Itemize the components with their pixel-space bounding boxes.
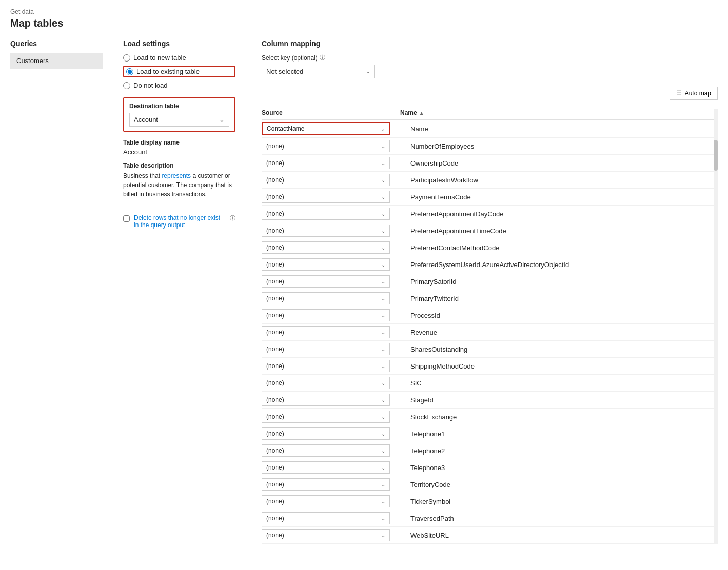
target-name-5: PreferredAppointmentDayCode xyxy=(405,206,718,222)
source-select-20[interactable]: (none)⌄ xyxy=(262,461,390,474)
source-select-11[interactable]: (none)⌄ xyxy=(262,309,390,321)
source-select-23[interactable]: (none)⌄ xyxy=(262,512,390,524)
source-select-4[interactable]: (none)⌄ xyxy=(262,191,390,203)
target-name-16: StageId xyxy=(405,392,718,409)
source-chevron-12: ⌄ xyxy=(381,330,385,335)
source-chevron-3: ⌄ xyxy=(381,177,385,183)
source-select-15[interactable]: (none)⌄ xyxy=(262,377,390,389)
target-name-10: PrimaryTwitterId xyxy=(405,290,718,307)
source-chevron-0: ⌄ xyxy=(381,126,385,132)
source-chevron-6: ⌄ xyxy=(381,228,385,234)
delete-rows-label[interactable]: Delete rows that no longer exist in the … xyxy=(134,214,224,229)
target-name-18: Telephone1 xyxy=(405,425,718,442)
source-select-19[interactable]: (none)⌄ xyxy=(262,444,390,457)
column-mapping-title: Column mapping xyxy=(262,39,718,48)
source-select-18[interactable]: (none)⌄ xyxy=(262,428,390,440)
source-chevron-13: ⌄ xyxy=(381,347,385,352)
table-row: (none)⌄PreferredAppointmentTimeCode xyxy=(262,222,718,239)
load-to-new-table-radio[interactable] xyxy=(123,54,130,62)
column-mapping-panel: Column mapping Select key (optional) ⓘ N… xyxy=(246,39,718,544)
target-name-17: StockExchange xyxy=(405,409,718,425)
source-value-14: (none) xyxy=(266,362,284,370)
select-key-section: Select key (optional) ⓘ Not selected ⌄ xyxy=(262,54,718,78)
source-chevron-15: ⌄ xyxy=(381,380,385,386)
source-chevron-5: ⌄ xyxy=(381,211,385,217)
source-chevron-7: ⌄ xyxy=(381,245,385,251)
source-chevron-14: ⌄ xyxy=(381,363,385,369)
source-select-21[interactable]: (none)⌄ xyxy=(262,478,390,491)
source-select-13[interactable]: (none)⌄ xyxy=(262,343,390,355)
source-select-0[interactable]: ContactName⌄ xyxy=(262,122,390,135)
load-to-existing-table-radio[interactable] xyxy=(126,68,133,75)
source-chevron-17: ⌄ xyxy=(381,414,385,420)
load-to-new-table-option[interactable]: Load to new table xyxy=(123,54,235,62)
source-select-10[interactable]: (none)⌄ xyxy=(262,292,390,304)
source-value-15: (none) xyxy=(266,379,284,386)
delete-rows-checkbox[interactable] xyxy=(123,215,130,222)
source-select-1[interactable]: (none)⌄ xyxy=(262,140,390,152)
select-key-label: Select key (optional) ⓘ xyxy=(262,54,718,62)
select-key-info-icon[interactable]: ⓘ xyxy=(320,54,325,62)
source-value-17: (none) xyxy=(266,413,284,420)
sort-arrow-icon: ▲ xyxy=(419,110,424,116)
source-value-23: (none) xyxy=(266,515,284,522)
scrollbar-thumb[interactable] xyxy=(714,140,718,171)
auto-map-button[interactable]: ☰ Auto map xyxy=(670,87,718,100)
table-row: (none)⌄SharesOutstanding xyxy=(262,341,718,358)
mapping-table: ContactName⌄Name(none)⌄NumberOfEmployees… xyxy=(262,120,718,544)
load-to-existing-table-label: Load to existing table xyxy=(136,68,200,75)
source-select-16[interactable]: (none)⌄ xyxy=(262,394,390,406)
source-select-24[interactable]: (none)⌄ xyxy=(262,529,390,541)
source-select-12[interactable]: (none)⌄ xyxy=(262,326,390,338)
target-name-9: PrimarySatoriId xyxy=(405,273,718,290)
source-select-5[interactable]: (none)⌄ xyxy=(262,208,390,220)
target-name-8: PreferredSystemUserId.AzureActiveDirecto… xyxy=(405,256,718,273)
target-name-2: OwnershipCode xyxy=(405,155,718,172)
load-to-existing-table-option[interactable]: Load to existing table xyxy=(123,66,235,77)
table-row: (none)⌄ProcessId xyxy=(262,307,718,324)
source-select-7[interactable]: (none)⌄ xyxy=(262,241,390,254)
source-select-22[interactable]: (none)⌄ xyxy=(262,495,390,507)
target-name-7: PreferredContactMethodCode xyxy=(405,239,718,256)
do-not-load-radio[interactable] xyxy=(123,82,130,89)
table-row: (none)⌄ParticipatesInWorkflow xyxy=(262,172,718,189)
source-chevron-16: ⌄ xyxy=(381,397,385,403)
source-chevron-22: ⌄ xyxy=(381,499,385,504)
table-description-section: Table description Business that represen… xyxy=(123,162,235,199)
target-name-12: Revenue xyxy=(405,324,718,341)
source-select-3[interactable]: (none)⌄ xyxy=(262,174,390,186)
page-title: Map tables xyxy=(10,17,718,29)
target-name-15: SIC xyxy=(405,375,718,392)
table-display-name-value: Account xyxy=(123,148,235,156)
destination-table-label: Destination table xyxy=(129,103,229,110)
source-select-2[interactable]: (none)⌄ xyxy=(262,157,390,169)
source-select-17[interactable]: (none)⌄ xyxy=(262,411,390,423)
delete-rows-info-icon[interactable]: ⓘ xyxy=(230,214,235,222)
source-chevron-18: ⌄ xyxy=(381,431,385,437)
table-description-label: Table description xyxy=(123,162,235,169)
table-row: (none)⌄StockExchange xyxy=(262,409,718,425)
source-select-9[interactable]: (none)⌄ xyxy=(262,275,390,288)
source-chevron-8: ⌄ xyxy=(381,262,385,268)
source-select-8[interactable]: (none)⌄ xyxy=(262,258,390,271)
scrollbar-track[interactable] xyxy=(714,109,718,544)
table-row: (none)⌄TerritoryCode xyxy=(262,476,718,493)
queries-title: Queries xyxy=(10,39,103,48)
source-value-4: (none) xyxy=(266,193,284,200)
auto-map-label: Auto map xyxy=(685,90,711,97)
source-select-14[interactable]: (none)⌄ xyxy=(262,360,390,372)
target-name-13: SharesOutstanding xyxy=(405,341,718,358)
source-select-6[interactable]: (none)⌄ xyxy=(262,225,390,237)
target-name-19: Telephone2 xyxy=(405,442,718,459)
do-not-load-option[interactable]: Do not load xyxy=(123,82,235,89)
query-item-customers[interactable]: Customers xyxy=(10,53,103,69)
select-key-label-text: Select key (optional) xyxy=(262,54,318,62)
target-name-6: PreferredAppointmentTimeCode xyxy=(405,222,718,239)
source-chevron-20: ⌄ xyxy=(381,465,385,471)
table-row: (none)⌄PreferredContactMethodCode xyxy=(262,239,718,256)
destination-table-select[interactable]: Account ⌄ xyxy=(129,113,229,127)
source-chevron-21: ⌄ xyxy=(381,482,385,487)
target-name-4: PaymentTermsCode xyxy=(405,189,718,206)
target-name-22: TickerSymbol xyxy=(405,493,718,510)
select-key-dropdown[interactable]: Not selected ⌄ xyxy=(262,65,375,78)
